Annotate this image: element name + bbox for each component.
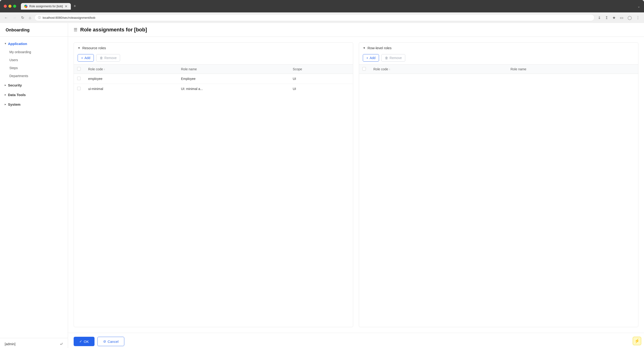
new-tab-button[interactable]: + <box>72 3 78 9</box>
minimize-window-button[interactable] <box>8 5 12 8</box>
security-icon: ⓘ <box>38 16 41 20</box>
resource-roles-panel: ▼ Resource roles + Add 🗑 Remove <box>74 42 353 327</box>
remove-label-2: Remove <box>390 56 402 60</box>
trash-icon: 🗑 <box>100 56 103 60</box>
browser-window: Role assignments for [bob] ✕ + ⌄ ← → ↻ ⌂… <box>0 0 644 348</box>
row-2-role-name: UI: minimal a... <box>177 84 289 94</box>
row-level-remove-button[interactable]: 🗑 Remove <box>381 54 405 62</box>
sidebar-nav: ▸ Application My onboarding Users Steps … <box>0 36 68 338</box>
maximize-window-button[interactable] <box>13 5 16 8</box>
select-all-row-level-checkbox[interactable] <box>362 67 366 70</box>
resource-roles-toolbar: + Add 🗑 Remove <box>74 52 353 64</box>
plus-icon: + <box>81 56 83 60</box>
cancel-icon: ⊘ <box>103 339 106 344</box>
sidebar-section-security-label: Security <box>8 83 22 87</box>
sidebar-section-application-label: Application <box>8 42 27 46</box>
row-level-roles-header: ▼ Row-level roles <box>359 43 638 52</box>
sort-icon[interactable]: ↕ <box>104 68 105 70</box>
resource-roles-table: Role code ↕ Role name Scope <box>74 64 353 94</box>
sidebar-section-application: ▸ Application My onboarding Users Steps … <box>0 39 68 80</box>
sidebar-section-system-label: System <box>8 102 20 106</box>
sidebar-section-system: ▸ System <box>0 100 68 109</box>
row-2-role-code: ui-minimal <box>84 84 177 94</box>
header-role-code: Role code ↕ <box>84 65 177 74</box>
chevron-down-icon: ▸ <box>4 43 7 44</box>
watermark-badge: ⚡ <box>633 337 641 345</box>
chevron-right-icon-3: ▸ <box>5 103 6 106</box>
close-window-button[interactable] <box>4 5 7 8</box>
select-all-resource-checkbox[interactable] <box>77 67 81 70</box>
sidebar-item-users[interactable]: Users <box>0 56 68 64</box>
resource-roles-remove-button[interactable]: 🗑 Remove <box>96 54 120 62</box>
sidebar-item-application[interactable]: ▸ Application <box>0 39 68 48</box>
sidebar-item-departments[interactable]: Departments <box>0 72 68 80</box>
collapse-resource-roles-icon[interactable]: ▼ <box>78 46 80 50</box>
share-button[interactable]: ↥ <box>604 14 610 21</box>
row-level-add-button[interactable]: + Add <box>363 54 379 62</box>
home-button[interactable]: ⌂ <box>28 15 32 21</box>
tab-menu-button[interactable]: ⌄ <box>638 4 640 8</box>
browser-titlebar: Role assignments for [bob] ✕ + ⌄ <box>0 0 644 12</box>
collapse-row-level-roles-icon[interactable]: ▼ <box>363 46 366 50</box>
chevron-right-icon: ▸ <box>5 84 6 87</box>
main-content: ☰ Role assignments for [bob] ▼ Resource … <box>68 23 644 348</box>
tab-bar: Role assignments for [bob] ✕ + <box>21 3 78 9</box>
more-options-button[interactable]: ⋮ <box>634 14 641 21</box>
row-2-scope: UI <box>289 84 353 94</box>
sidebar-footer: [admin] ⤶ <box>0 338 68 348</box>
row-1-role-name: Employee <box>177 74 289 84</box>
resource-roles-add-button[interactable]: + Add <box>78 54 94 62</box>
profile-button[interactable]: ◯ <box>626 14 633 21</box>
remove-label: Remove <box>104 56 116 60</box>
row-checkbox-cell <box>74 74 84 84</box>
row-level-roles-table: Role code ↕ Role name <box>359 64 638 74</box>
header-scope: Scope <box>289 65 353 74</box>
active-tab[interactable]: Role assignments for [bob] ✕ <box>21 3 71 9</box>
row-level-roles-toolbar: + Add 🗑 Remove <box>359 52 638 64</box>
sidebar-item-security[interactable]: ▸ Security <box>0 81 68 89</box>
back-button[interactable]: ← <box>3 15 10 21</box>
resource-roles-tbody: employee Employee UI ui-minimal UI: mini… <box>74 74 353 94</box>
toolbar-actions: ⇓ ↥ ★ ▭ ◯ ⋮ <box>596 14 641 21</box>
download-button[interactable]: ⇓ <box>596 14 602 21</box>
row-level-header-role-name: Role name <box>507 65 638 74</box>
split-view-button[interactable]: ▭ <box>618 14 625 21</box>
plus-icon-2: + <box>366 56 368 60</box>
tab-favicon <box>24 5 28 8</box>
app-container: Onboarding ▸ Application My onboarding U… <box>0 23 644 348</box>
row-level-header-role-code: Role code ↕ <box>370 65 507 74</box>
checkmark-icon: ✓ <box>79 339 82 344</box>
row-level-roles-panel: ▼ Row-level roles + Add 🗑 Remove <box>359 42 638 327</box>
sidebar-section-security: ▸ Security <box>0 81 68 89</box>
sidebar-sub-items-application: My onboarding Users Steps Departments <box>0 48 68 80</box>
reload-button[interactable]: ↻ <box>20 14 26 21</box>
sidebar-item-steps[interactable]: Steps <box>0 64 68 72</box>
sidebar-item-data-tools[interactable]: ▸ Data Tools <box>0 90 68 99</box>
logout-button[interactable]: ⤶ <box>60 342 63 347</box>
row-level-role-code-label: Role code <box>373 67 388 71</box>
url-text: localhost:8080/sec/roleassignment/bob <box>43 16 96 19</box>
cancel-button[interactable]: ⊘ Cancel <box>97 337 124 346</box>
sidebar-item-system[interactable]: ▸ System <box>0 100 68 109</box>
sidebar-title: Onboarding <box>0 23 68 36</box>
row-2-checkbox[interactable] <box>77 87 81 90</box>
row-1-role-code: employee <box>84 74 177 84</box>
main-header: ☰ Role assignments for [bob] <box>68 23 644 37</box>
add-label-2: Add <box>370 56 376 60</box>
trash-icon-2: 🗑 <box>385 56 388 60</box>
browser-toolbar: ← → ↻ ⌂ ⓘ localhost:8080/sec/roleassignm… <box>0 12 644 23</box>
bookmark-button[interactable]: ★ <box>611 14 617 21</box>
row-1-checkbox[interactable] <box>77 77 81 80</box>
sidebar-section-data-tools: ▸ Data Tools <box>0 90 68 99</box>
row-level-roles-label: Row-level roles <box>368 46 392 50</box>
ok-button[interactable]: ✓ OK <box>74 337 94 346</box>
row-1-scope: UI <box>289 74 353 84</box>
address-bar[interactable]: ⓘ localhost:8080/sec/roleassignment/bob <box>34 14 594 21</box>
sidebar-item-my-onboarding[interactable]: My onboarding <box>0 48 68 56</box>
menu-icon[interactable]: ☰ <box>74 27 78 32</box>
table-row: employee Employee UI <box>74 74 353 84</box>
table-header-row: Role code ↕ Role name Scope <box>74 65 353 74</box>
row-level-sort-icon[interactable]: ↕ <box>389 68 390 70</box>
forward-button[interactable]: → <box>11 15 18 21</box>
tab-close-button[interactable]: ✕ <box>65 4 68 8</box>
